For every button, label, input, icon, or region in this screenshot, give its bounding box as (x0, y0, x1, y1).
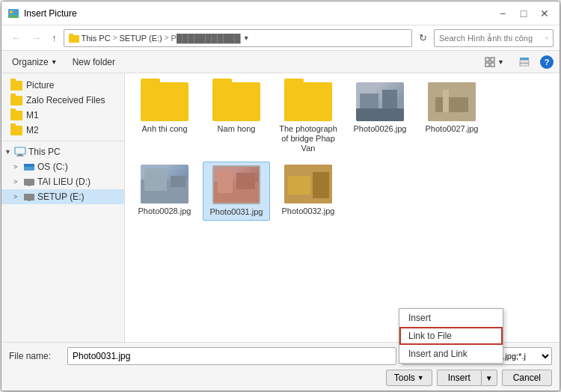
sidebar-item-thispc[interactable]: ▼ This PC (1, 144, 124, 159)
menu-item-link-to-file[interactable]: Link to File (399, 327, 503, 345)
file-name-photo0028: Photo0028.jpg (138, 206, 191, 216)
dialog-title: Insert Picture (24, 8, 77, 19)
breadcrumb-current: P███████████ (171, 34, 241, 43)
file-name-photo0027: Photo0027.jpg (426, 124, 479, 134)
breadcrumb[interactable]: This PC > SETUP (E:) > P███████████ ▼ (64, 29, 413, 47)
search-box[interactable] (434, 29, 554, 47)
sidebar-item-setup[interactable]: > SETUP (E:) (1, 189, 124, 204)
maximize-button[interactable]: □ (515, 4, 533, 22)
svg-rect-30 (144, 168, 167, 191)
svg-rect-4 (69, 34, 73, 37)
svg-point-22 (28, 200, 31, 201)
sidebar-label-tailieu: TAI LIEU (D:) (37, 177, 91, 187)
sidebar-item-picture[interactable]: Picture (1, 78, 124, 93)
photo-thumb-0032 (284, 165, 332, 203)
file-name-photo0032: Photo0032.jpg (282, 206, 335, 216)
svg-rect-33 (218, 171, 233, 193)
breadcrumb-dropdown[interactable]: ▼ (243, 34, 250, 42)
file-name-photo0031: Photo0031.jpg (210, 207, 263, 217)
insert-dropdown-button[interactable]: ▼ (481, 370, 497, 386)
svg-rect-18 (24, 164, 34, 167)
file-item-photo0028[interactable]: Photo0028.jpg (131, 162, 198, 221)
expand-arrow-osc: > (13, 163, 21, 171)
help-button[interactable]: ? (540, 55, 554, 69)
sidebar-item-zalo[interactable]: Zalo Received Files (1, 93, 124, 108)
drive-icon-e (23, 192, 35, 201)
organize-button[interactable]: Organize ▼ (7, 55, 62, 69)
sidebar-item-tailieu[interactable]: > TAI LIEU (D:) (1, 174, 124, 189)
expand-arrow-thispc: ▼ (4, 148, 12, 156)
back-button[interactable]: ← (7, 30, 25, 46)
view-button[interactable]: ▼ (480, 55, 509, 69)
file-item-anh-thi-cong[interactable]: Anh thi cong (131, 79, 198, 157)
file-item-photograph[interactable]: The photograph of bridge Phap Van (275, 79, 342, 157)
svg-point-20 (28, 186, 31, 186)
file-item-photo0027[interactable]: Photo0027.jpg (418, 79, 485, 157)
new-folder-button[interactable]: New folder (68, 55, 120, 69)
folder-icon (10, 111, 22, 120)
sidebar-label-setup: SETUP (E:) (37, 192, 84, 202)
sidebar-label-m1: M1 (26, 110, 39, 120)
svg-rect-7 (485, 58, 489, 61)
insert-menu: Insert Link to File Insert and Link (399, 308, 503, 364)
file-name-nam-hong: Nam hong (218, 124, 256, 134)
filename-input[interactable] (67, 347, 396, 365)
up-button[interactable]: ↑ (48, 30, 61, 46)
svg-rect-25 (356, 108, 404, 121)
breadcrumb-setup: SETUP (E:) (119, 34, 162, 43)
refresh-button[interactable]: ↻ (415, 30, 431, 46)
toolbar: Organize ▼ New folder ▼ ? (1, 51, 560, 73)
file-grid: Anh thi cong Nam hong The photograph of … (125, 73, 560, 342)
folder-icon (10, 96, 22, 105)
forward-button[interactable]: → (28, 30, 45, 46)
sidebar: Picture Zalo Received Files M1 M2 ▼ (1, 73, 125, 342)
photo-thumb-0026 (356, 82, 404, 121)
sidebar-item-m2[interactable]: M2 (1, 123, 124, 138)
view-dropdown-icon: ▼ (497, 58, 504, 66)
file-item-nam-hong[interactable]: Nam hong (203, 79, 270, 157)
picture-icon (7, 7, 19, 19)
view-grid-icon (485, 57, 495, 67)
svg-rect-14 (15, 147, 25, 154)
drive-icon-d (23, 177, 35, 186)
svg-rect-9 (485, 63, 489, 67)
file-name-photograph: The photograph of bridge Phap Van (278, 124, 339, 154)
cancel-button[interactable]: Cancel (502, 370, 552, 386)
folder-thumb-anh-thi-cong (141, 82, 188, 121)
file-item-photo0032[interactable]: Photo0032.jpg (275, 162, 342, 221)
svg-rect-36 (288, 176, 310, 195)
insert-main-button[interactable]: Insert (437, 370, 481, 386)
tools-dropdown-icon: ▼ (417, 374, 424, 382)
menu-item-insert[interactable]: Insert (399, 309, 503, 327)
title-bar: Insert Picture − □ ✕ (1, 1, 560, 25)
details-icon (519, 57, 530, 67)
svg-rect-31 (171, 176, 186, 187)
tools-button[interactable]: Tools ▼ (386, 370, 432, 386)
minimize-button[interactable]: − (494, 4, 512, 22)
svg-rect-34 (236, 173, 255, 189)
folder-thumb-photograph (284, 82, 332, 121)
photo-thumb-0031 (212, 165, 260, 204)
sidebar-item-osc[interactable]: > OS (C:) (1, 159, 124, 174)
title-controls: − □ ✕ (494, 4, 554, 22)
file-name-anh-thi-cong: Anh thi cong (141, 124, 187, 134)
expand-arrow-tailieu: > (13, 178, 21, 186)
photo-thumb-0027 (428, 82, 476, 121)
search-icon (545, 34, 548, 43)
close-button[interactable]: ✕ (536, 4, 554, 22)
file-item-photo0026[interactable]: Photo0026.jpg (346, 79, 414, 157)
insert-picture-dialog: Insert Picture − □ ✕ ← → ↑ This PC > SET… (1, 1, 560, 391)
sidebar-item-m1[interactable]: M1 (1, 108, 124, 123)
details-view-button[interactable] (515, 55, 534, 69)
filename-label: File name: (9, 351, 61, 361)
organize-dropdown-icon: ▼ (51, 58, 58, 66)
sidebar-label-zalo: Zalo Received Files (26, 95, 105, 105)
svg-rect-23 (360, 94, 378, 108)
svg-rect-11 (520, 58, 529, 60)
file-item-photo0031[interactable]: Photo0031.jpg (203, 162, 270, 221)
search-input[interactable] (439, 34, 542, 43)
menu-item-insert-and-link[interactable]: Insert and Link (399, 345, 503, 363)
cancel-label: Cancel (513, 373, 541, 383)
title-bar-left: Insert Picture (7, 7, 77, 19)
photo-thumb-0028 (141, 165, 188, 203)
